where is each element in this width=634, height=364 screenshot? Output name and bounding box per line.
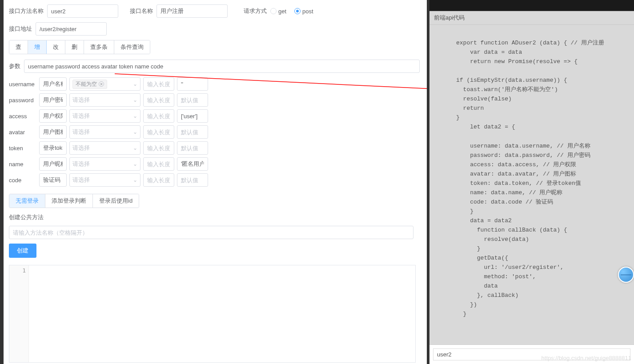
crud-tabs: 查增改删查多条条件查询 <box>9 40 150 54</box>
field-rule-select[interactable]: 请选择⌄ <box>69 109 140 123</box>
method-name-input[interactable] <box>47 4 118 18</box>
field-key: name <box>9 161 36 168</box>
field-length-input[interactable] <box>143 173 174 187</box>
field-key: username <box>9 81 36 88</box>
public-method-label: 创建公共方法 <box>9 213 421 221</box>
field-desc-input[interactable] <box>39 141 67 155</box>
field-length-input[interactable] <box>143 141 174 155</box>
rule-placeholder: 请选择 <box>72 96 90 104</box>
url-label: 接口地址 <box>9 25 32 33</box>
chevron-down-icon: ⌄ <box>133 81 137 87</box>
field-row-code: code请选择⌄ <box>9 173 421 187</box>
get-label: get <box>278 8 286 15</box>
code-editor[interactable]: 1 <box>9 265 416 363</box>
api-name-label: 接口名称 <box>130 7 153 15</box>
field-row-name: name请选择⌄ <box>9 157 421 171</box>
field-length-input[interactable] <box>143 125 174 139</box>
editor-body[interactable] <box>29 265 415 362</box>
field-rule-select[interactable]: 请选择⌄ <box>69 125 140 139</box>
field-length-input[interactable] <box>143 93 174 107</box>
field-row-access: access请选择⌄ <box>9 109 421 123</box>
field-length-input[interactable] <box>143 157 174 171</box>
code-preview: export function ADuser2 (data) { // 用户注册… <box>429 25 634 344</box>
left-panel: 接口方法名称 接口名称 请求方式 get post 接口地址 查增改删查多条条件… <box>0 0 427 364</box>
field-rule-select[interactable]: 请选择⌄ <box>69 173 140 187</box>
field-rule-select[interactable]: 请选择⌄ <box>69 93 140 107</box>
chevron-down-icon: ⌄ <box>133 177 137 183</box>
right-title: 前端api代码 <box>429 11 634 25</box>
field-rule-select[interactable]: 请选择⌄ <box>69 157 140 171</box>
field-desc-input[interactable] <box>39 77 67 91</box>
request-method-label: 请求方式 <box>244 7 267 15</box>
radio-dot-icon <box>294 8 301 14</box>
radio-dot-icon <box>270 8 277 14</box>
field-default-input[interactable] <box>177 173 208 187</box>
chevron-down-icon: ⌄ <box>133 145 137 151</box>
login-tabs: 无需登录添加登录判断登录后使用id <box>9 194 139 208</box>
url-input[interactable] <box>36 22 107 36</box>
right-header-bar <box>429 0 634 11</box>
chevron-down-icon: ⌄ <box>133 161 137 167</box>
rule-placeholder: 请选择 <box>72 176 90 184</box>
field-default-input[interactable] <box>177 77 208 91</box>
field-default-input[interactable] <box>177 157 208 171</box>
chevron-down-icon: ⌄ <box>133 97 137 103</box>
rule-placeholder: 请选择 <box>72 112 90 120</box>
field-default-input[interactable] <box>177 125 208 139</box>
crud-tab-3[interactable]: 删 <box>65 40 84 54</box>
field-row-password: password请选择⌄ <box>9 93 421 107</box>
method-name-label: 接口方法名称 <box>9 7 44 15</box>
right-footer <box>429 344 634 364</box>
api-name-input[interactable] <box>156 4 228 18</box>
field-length-input[interactable] <box>143 109 174 123</box>
login-tab-2[interactable]: 登录后使用id <box>93 194 139 208</box>
field-rule-select[interactable]: 请选择⌄ <box>69 141 140 155</box>
field-desc-input[interactable] <box>39 93 67 107</box>
field-length-input[interactable] <box>143 77 174 91</box>
tag-close-icon[interactable]: × <box>99 81 104 87</box>
field-key: code <box>9 177 36 184</box>
radio-post[interactable]: post <box>294 8 313 15</box>
field-desc-input[interactable] <box>39 173 67 187</box>
chevron-down-icon: ⌄ <box>133 129 137 135</box>
floating-badge-icon[interactable] <box>618 267 634 283</box>
crud-tab-4[interactable]: 查多条 <box>84 40 114 54</box>
rule-tag: 不能为空 × <box>72 80 107 89</box>
rule-placeholder: 请选择 <box>72 160 90 168</box>
field-row-username: username不能为空 ×⌄ <box>9 77 421 91</box>
params-label: 参数 <box>9 62 20 70</box>
params-input[interactable] <box>24 60 420 73</box>
field-row-avatar: avatar请选择⌄ <box>9 125 421 139</box>
crud-tab-5[interactable]: 条件查询 <box>114 40 150 54</box>
field-key: token <box>9 145 36 152</box>
field-desc-input[interactable] <box>39 125 67 139</box>
field-default-input[interactable] <box>177 109 208 123</box>
radio-get[interactable]: get <box>270 8 286 15</box>
field-desc-input[interactable] <box>39 109 67 123</box>
field-rule-select[interactable]: 不能为空 ×⌄ <box>69 77 140 91</box>
public-method-input[interactable] <box>9 226 413 239</box>
field-default-input[interactable] <box>177 141 208 155</box>
field-row-token: token请选择⌄ <box>9 141 421 155</box>
crud-tab-0[interactable]: 查 <box>9 40 28 54</box>
field-key: avatar <box>9 129 36 136</box>
field-desc-input[interactable] <box>39 157 67 171</box>
chevron-down-icon: ⌄ <box>133 113 137 119</box>
create-button[interactable]: 创建 <box>9 244 36 258</box>
login-tab-1[interactable]: 添加登录判断 <box>45 194 93 208</box>
crud-tab-2[interactable]: 改 <box>47 40 65 54</box>
editor-gutter: 1 <box>9 265 29 362</box>
right-footer-input[interactable] <box>433 348 630 360</box>
rule-placeholder: 请选择 <box>72 128 90 136</box>
field-key: access <box>9 113 36 120</box>
rule-placeholder: 请选择 <box>72 144 90 152</box>
field-default-input[interactable] <box>177 93 208 107</box>
crud-tab-1[interactable]: 增 <box>28 40 47 54</box>
post-label: post <box>302 8 313 15</box>
right-panel: 前端api代码 export function ADuser2 (data) {… <box>427 0 634 364</box>
login-tab-0[interactable]: 无需登录 <box>9 194 45 208</box>
field-key: password <box>9 97 36 104</box>
